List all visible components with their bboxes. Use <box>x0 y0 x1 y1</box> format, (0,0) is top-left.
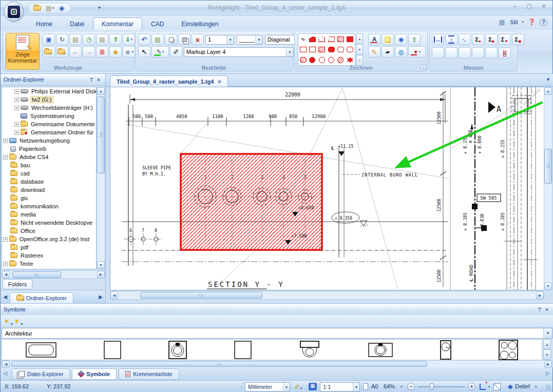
scrollbar-thumb[interactable] <box>544 149 552 184</box>
tree-item[interactable]: +Adobe CS4 <box>2 153 96 161</box>
maximize-button[interactable]: ▢ <box>525 3 534 10</box>
scrollbar-thumb[interactable] <box>12 271 61 278</box>
undo-button[interactable] <box>138 34 150 45</box>
tree-vertical-scrollbar[interactable]: ▲ ▼ <box>97 87 105 269</box>
help-icon[interactable]: ? <box>540 18 547 26</box>
expand-icon[interactable]: + <box>3 139 8 143</box>
area-outline2-button[interactable] <box>445 47 457 58</box>
pin-icon[interactable]: ⊤ <box>88 77 95 83</box>
symbol-cabinet[interactable] <box>104 341 121 359</box>
scroll-up-icon[interactable]: ▲ <box>544 87 552 95</box>
minimize-button[interactable]: – <box>510 3 520 10</box>
customize-qat-button[interactable]: ▾ <box>98 5 101 10</box>
shape-polygon[interactable] <box>317 34 327 45</box>
tree-item[interactable]: +Wechseldatenträger (H:) <box>2 104 96 112</box>
measure-tool-icon[interactable]: ✐▾ <box>294 383 302 391</box>
zoom-slider-track[interactable] <box>417 386 465 387</box>
scrollbar-thumb[interactable] <box>11 361 427 367</box>
shape-circle-filled[interactable] <box>308 55 317 65</box>
zoom-slider-thumb[interactable] <box>430 383 434 390</box>
drawing-canvas[interactable]: 22000 500 500 4050 1100 1200 900 850 <box>110 87 544 290</box>
scroll-left-icon[interactable]: ◀ <box>2 361 10 367</box>
shape-rect-2[interactable] <box>308 45 317 54</box>
note-tool-button[interactable] <box>382 34 394 45</box>
symbol-sink[interactable] <box>298 341 321 359</box>
area-hatched-button[interactable] <box>472 47 484 58</box>
shape-rect-hatched-2[interactable] <box>317 45 327 54</box>
scroll-right-icon[interactable]: ▶ <box>536 291 544 299</box>
zoom-in-button[interactable]: + <box>468 383 475 390</box>
print-preview-button[interactable] <box>56 4 67 13</box>
tree-item[interactable]: gis <box>2 194 96 202</box>
color-pen-button[interactable]: ▾ <box>151 46 169 57</box>
sum-diamond-button[interactable]: Σ◆ <box>512 34 524 45</box>
expand-icon[interactable]: + <box>14 106 19 110</box>
edit-markup-button[interactable] <box>151 34 164 45</box>
tree-item[interactable]: Nicht verwendete Desktopve <box>2 219 96 227</box>
area-filled-button[interactable] <box>459 47 471 58</box>
publish-down-button[interactable]: ▾ <box>123 34 135 45</box>
symbol-cabinet-2[interactable] <box>234 341 252 359</box>
delete-markup-button[interactable] <box>192 34 204 45</box>
stil-dropdown-arrow[interactable]: ▾ <box>522 20 524 24</box>
scroll-right-icon[interactable]: ▶ <box>544 361 552 367</box>
expand-icon[interactable]: + <box>14 130 19 135</box>
application-menu-button[interactable] <box>4 2 24 22</box>
tree-item[interactable]: +Gemeinsame Dokumente <box>2 120 96 128</box>
tree-item[interactable]: Papierkorb <box>2 145 96 153</box>
close-button[interactable]: × <box>539 3 548 10</box>
measure-horizontal-button[interactable]: ↔ <box>432 34 444 45</box>
markup-green-arrowhead[interactable] <box>394 156 411 168</box>
zeichnen-dialog-launcher[interactable]: ↘ <box>421 65 426 70</box>
raise-button[interactable] <box>408 34 421 45</box>
tree-item-selected[interactable]: +lw2 (G:) <box>2 95 96 104</box>
scrollbar-thumb[interactable] <box>140 292 262 299</box>
scroll-left-icon[interactable]: ◀ <box>110 291 118 299</box>
consolidate-button[interactable]: ▾ <box>123 46 135 57</box>
tab-cad[interactable]: CAD <box>142 17 173 30</box>
tree-item[interactable]: +OpenOffice.org 3.2 (de) Inst <box>2 235 96 243</box>
tab-einstellungen[interactable]: Einstellungen <box>173 17 227 30</box>
select-tool-button[interactable] <box>138 46 150 57</box>
new-symbol-library-icon[interactable]: ✶ <box>4 317 10 325</box>
symbols-scroll-up-icon[interactable]: ▲ <box>543 339 551 349</box>
nav-right-icon[interactable]: ▶ <box>96 294 105 300</box>
symbol-boiler[interactable] <box>440 340 451 360</box>
folders-tab[interactable]: Folders <box>3 279 32 289</box>
diagonal-line-icon[interactable] <box>493 383 501 390</box>
reload-button[interactable] <box>56 34 68 45</box>
line-style-combo[interactable]: _____▼ <box>236 35 263 45</box>
author-button[interactable] <box>109 46 122 57</box>
scroll-right-icon[interactable]: ▶ <box>97 271 105 278</box>
tree-item[interactable]: database <box>2 178 96 186</box>
tree-item[interactable]: download <box>2 186 96 194</box>
zoom-out-button[interactable]: − <box>407 383 415 390</box>
axes-dropdown-arrow[interactable]: ▾ <box>488 385 490 389</box>
tree-item[interactable]: Systemsteuerung <box>2 112 96 120</box>
tab-home[interactable]: Home <box>27 17 61 30</box>
gallery-down-button[interactable]: ▼ <box>356 44 363 55</box>
shape-circle-hatched[interactable] <box>336 55 345 65</box>
tabs-right-icon[interactable]: ▷ <box>543 370 552 376</box>
shape-polygon-filled[interactable] <box>308 34 317 45</box>
shape-circle[interactable] <box>317 55 327 65</box>
tree-item[interactable]: cad <box>2 169 96 178</box>
sum-triangle-button[interactable]: Σ▼ <box>499 34 511 45</box>
symbols-scroll-down-icon[interactable]: ▼ <box>543 349 551 360</box>
pin-icon[interactable]: ⊤ <box>536 307 543 312</box>
shape-trapezoid[interactable] <box>327 34 336 45</box>
send-to-folder-button[interactable] <box>43 46 55 57</box>
canvas-vertical-scrollbar[interactable]: ▲ ▼ <box>544 87 552 290</box>
area-pale-button[interactable] <box>485 47 498 58</box>
paste-button[interactable] <box>96 34 108 45</box>
scale-combo[interactable]: 1:1▼ <box>320 382 360 391</box>
panel-close-icon[interactable]: × <box>543 307 550 312</box>
bring-to-front-button[interactable] <box>165 34 177 45</box>
publish-up-button[interactable] <box>109 34 122 45</box>
print-button[interactable]: ▾ <box>45 4 55 13</box>
scroll-down-icon[interactable]: ▼ <box>544 282 552 290</box>
measure-vertical-button[interactable]: ↕ <box>445 34 457 45</box>
highlighter-button[interactable] <box>382 46 394 57</box>
ordner-explorer-tab[interactable]: Ordner-Explorer <box>10 292 73 304</box>
nav-left-icon[interactable]: ◀ <box>1 294 10 300</box>
